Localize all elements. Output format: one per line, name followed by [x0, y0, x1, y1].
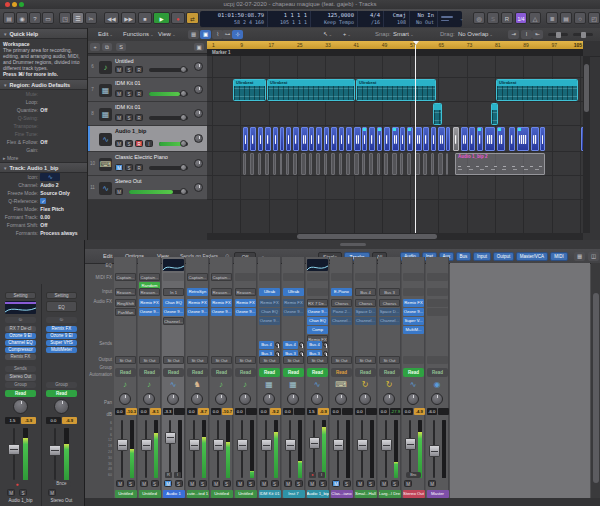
audio-fx-slot[interactable]: RingShift: [115, 299, 136, 307]
tuner-icon[interactable]: ◎: [473, 12, 485, 24]
output-slot[interactable]: St Out: [307, 356, 328, 364]
midi-region-piano[interactable]: [346, 153, 350, 175]
volume-knob[interactable]: [180, 114, 187, 121]
solo-button[interactable]: S: [125, 66, 133, 73]
scroll-thumb[interactable]: [297, 234, 437, 239]
track-inspector-header[interactable]: ▼Track: Audio 1_bip: [0, 162, 87, 173]
record-enable-button[interactable]: R: [135, 114, 143, 121]
inspector-strip-audio-1-bip[interactable]: SettingⓂRX 7 De-clOzone 9 ElChannel EQCo…: [2, 240, 39, 506]
automation-mode-button[interactable]: Read: [283, 368, 304, 377]
channel-strip-audio-1[interactable]: In 1Chan EQOzone 9...Channel...St OutRea…: [162, 257, 185, 498]
output-slot[interactable]: St Out: [187, 356, 208, 364]
tracks-vertical-scrollbar[interactable]: [583, 56, 590, 233]
loop-browser-icon[interactable]: ○: [574, 12, 586, 24]
output-slot[interactable]: St Out: [115, 356, 136, 364]
audio-fx-slot[interactable]: Compressor: [5, 347, 36, 353]
pan-knob[interactable]: [239, 393, 251, 405]
volume-value[interactable]: -3.3: [163, 408, 174, 415]
send-knob[interactable]: [299, 342, 304, 347]
audio-region[interactable]: [517, 127, 529, 151]
midi-region-piano[interactable]: [438, 153, 443, 175]
volume-fader[interactable]: [141, 439, 152, 451]
automation-mode-button[interactable]: Read: [187, 368, 208, 377]
split-icon[interactable]: I: [521, 30, 532, 39]
drag-value[interactable]: No Overlap⌄: [458, 31, 493, 37]
channel-strip-clas-iano[interactable]: E-PianoChorusPiano 2...Channel...St OutR…: [330, 257, 353, 498]
channel-strip-smal-hall[interactable]: Bus 4ChorusSpace D...Channel...St OutRea…: [354, 257, 377, 498]
output-slot[interactable]: St Out: [139, 356, 160, 364]
solo-button[interactable]: S: [19, 489, 27, 496]
midi-region-piano[interactable]: [280, 153, 282, 175]
automation-mode-button[interactable]: Read: [235, 368, 256, 377]
channel-name[interactable]: Audio 1: [163, 490, 185, 498]
eq-button[interactable]: EQ: [46, 301, 77, 312]
volume-fader[interactable]: [8, 444, 20, 455]
solo-button[interactable]: S: [125, 140, 133, 147]
channel-strip-larg-l-dre[interactable]: Bus 3ChorusSpace D...Channel...St OutRea…: [378, 257, 401, 498]
audio-fx-slot[interactable]: Comp: [307, 326, 328, 334]
quick-help-header[interactable]: ▼Quick Help: [0, 28, 87, 39]
pan-knob[interactable]: [167, 393, 179, 405]
menu-edit[interactable]: Edit⌄: [98, 31, 113, 37]
volume-knob[interactable]: [180, 90, 187, 97]
midi-region-piano[interactable]: [250, 153, 254, 175]
audio-fx-slot[interactable]: MultiMeter: [46, 347, 77, 353]
volume-fader[interactable]: [381, 439, 392, 451]
audio-fx-slot[interactable]: Chan EQ: [307, 317, 328, 325]
group-slot[interactable]: Group: [46, 382, 77, 388]
pan-knob[interactable]: [54, 399, 69, 414]
region-param-row[interactable]: Fine Tune:: [0, 130, 87, 138]
channel-name[interactable]: Untitled: [115, 490, 137, 498]
audio-region[interactable]: [258, 127, 263, 151]
track-param-row[interactable]: Freeze Mode:Source Only: [0, 189, 87, 197]
slider-handle[interactable]: [556, 32, 561, 38]
volume-fader[interactable]: [429, 445, 440, 457]
inspector-icon[interactable]: ◉: [16, 12, 28, 24]
audio-fx-slot[interactable]: MultiM...: [403, 326, 424, 334]
channel-name[interactable]: IDM Kit 01: [259, 490, 281, 498]
record-enable-button[interactable]: R: [135, 90, 143, 97]
midi-region-ultrabeat[interactable]: Ultrabeat: [496, 79, 578, 101]
volume-value[interactable]: 0.0: [331, 408, 342, 415]
audio-fx-slot[interactable]: Space D...: [355, 308, 376, 316]
midi-region-piano-named[interactable]: Audio 1_bip 2: [455, 153, 545, 175]
group-slot[interactable]: Group: [5, 382, 36, 388]
output-slot[interactable]: St Out: [283, 356, 304, 364]
solo-button[interactable]: S: [223, 480, 231, 487]
channel-name[interactable]: Untitled: [139, 490, 161, 498]
filter-midi-button[interactable]: MIDI: [550, 252, 568, 261]
track-param-row[interactable]: Flex Mode:Flex Pitch: [0, 205, 87, 213]
midi-region-piano[interactable]: [431, 153, 434, 175]
mute-button[interactable]: M: [380, 480, 388, 487]
secondary-tool-menu[interactable]: +⌄: [343, 31, 351, 37]
audio-region[interactable]: [377, 127, 382, 151]
audio-region[interactable]: [509, 127, 515, 151]
audio-region[interactable]: [331, 127, 337, 151]
volume-value[interactable]: 0.0: [403, 408, 414, 415]
channel-name[interactable]: Untitled: [211, 490, 233, 498]
track-param-row[interactable]: Formant Shift:Off: [0, 221, 87, 229]
midi-region-piano[interactable]: [446, 153, 448, 175]
pan-knob[interactable]: [383, 393, 395, 405]
volume-value[interactable]: 0.0: [259, 408, 270, 415]
audio-region[interactable]: [415, 127, 422, 151]
automation-mode-button[interactable]: Read: [46, 390, 77, 397]
channel-name[interactable]: cute...ted 1: [187, 490, 209, 498]
midi-region-ultrabeat[interactable]: Ultrabeat: [356, 79, 436, 101]
audio-fx-slot[interactable]: Chorus: [331, 299, 352, 307]
channel-strip-untitled[interactable]: Reason...Remix FXOzone 9...St OutRead♪0.…: [234, 257, 257, 498]
audio-region[interactable]: [407, 127, 413, 151]
volume-value[interactable]: 1.5: [5, 417, 20, 424]
checkbox-checked-icon[interactable]: ✓: [40, 198, 46, 204]
midi-region-piano[interactable]: [243, 153, 246, 175]
browsers-icon[interactable]: ◰: [588, 12, 600, 24]
volume-value[interactable]: 1.5: [307, 408, 318, 415]
mute-button[interactable]: M: [116, 480, 124, 487]
mute-button[interactable]: M: [212, 480, 220, 487]
midi-region-piano[interactable]: [331, 153, 335, 175]
mute-button[interactable]: M: [164, 480, 172, 487]
audio-fx-slot[interactable]: Ozone 9...: [307, 308, 328, 316]
pan-knob[interactable]: [194, 183, 203, 192]
audio-fx-slot[interactable]: Ozone 9...: [403, 308, 424, 316]
input-slot[interactable]: Ultrab: [259, 288, 280, 296]
